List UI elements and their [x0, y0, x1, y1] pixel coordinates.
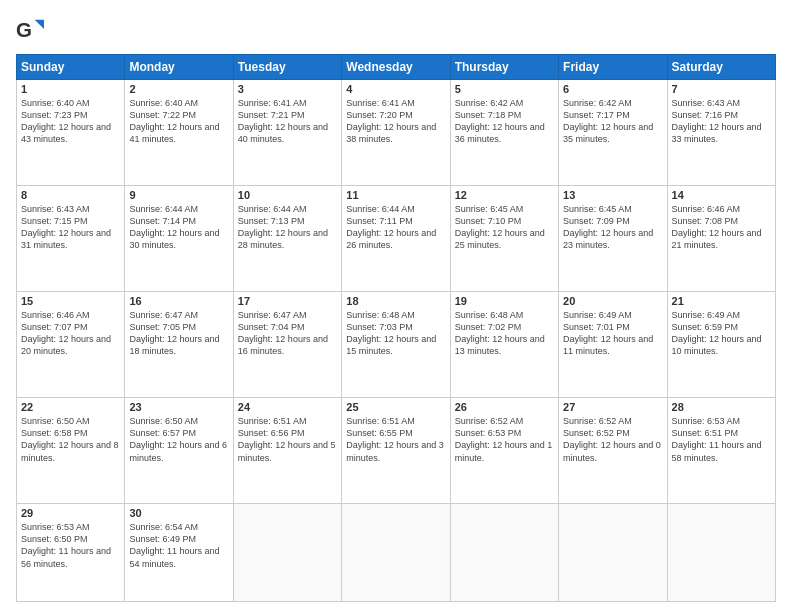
calendar-table: SundayMondayTuesdayWednesdayThursdayFrid…	[16, 54, 776, 602]
logo: G	[16, 16, 48, 44]
svg-marker-1	[35, 20, 44, 29]
day-number: 19	[455, 295, 554, 307]
calendar-cell: 28Sunrise: 6:53 AMSunset: 6:51 PMDayligh…	[667, 398, 775, 504]
weekday-header-wednesday: Wednesday	[342, 55, 450, 80]
logo-icon: G	[16, 16, 44, 44]
calendar-page: G SundayMondayTuesdayWednesdayThursdayFr…	[0, 0, 792, 612]
calendar-cell: 5Sunrise: 6:42 AMSunset: 7:18 PMDaylight…	[450, 80, 558, 186]
day-detail: Sunrise: 6:51 AMSunset: 6:55 PMDaylight:…	[346, 415, 445, 464]
calendar-cell: 2Sunrise: 6:40 AMSunset: 7:22 PMDaylight…	[125, 80, 233, 186]
calendar-cell: 13Sunrise: 6:45 AMSunset: 7:09 PMDayligh…	[559, 186, 667, 292]
day-detail: Sunrise: 6:49 AMSunset: 6:59 PMDaylight:…	[672, 309, 771, 358]
calendar-cell: 26Sunrise: 6:52 AMSunset: 6:53 PMDayligh…	[450, 398, 558, 504]
day-number: 26	[455, 401, 554, 413]
calendar-cell: 9Sunrise: 6:44 AMSunset: 7:14 PMDaylight…	[125, 186, 233, 292]
day-detail: Sunrise: 6:53 AMSunset: 6:50 PMDaylight:…	[21, 521, 120, 570]
day-number: 30	[129, 507, 228, 519]
day-detail: Sunrise: 6:53 AMSunset: 6:51 PMDaylight:…	[672, 415, 771, 464]
calendar-cell: 8Sunrise: 6:43 AMSunset: 7:15 PMDaylight…	[17, 186, 125, 292]
day-number: 24	[238, 401, 337, 413]
calendar-cell: 3Sunrise: 6:41 AMSunset: 7:21 PMDaylight…	[233, 80, 341, 186]
day-detail: Sunrise: 6:48 AMSunset: 7:02 PMDaylight:…	[455, 309, 554, 358]
calendar-cell: 17Sunrise: 6:47 AMSunset: 7:04 PMDayligh…	[233, 292, 341, 398]
day-detail: Sunrise: 6:41 AMSunset: 7:20 PMDaylight:…	[346, 97, 445, 146]
calendar-cell: 30Sunrise: 6:54 AMSunset: 6:49 PMDayligh…	[125, 504, 233, 602]
day-number: 17	[238, 295, 337, 307]
day-detail: Sunrise: 6:54 AMSunset: 6:49 PMDaylight:…	[129, 521, 228, 570]
day-number: 11	[346, 189, 445, 201]
calendar-cell: 1Sunrise: 6:40 AMSunset: 7:23 PMDaylight…	[17, 80, 125, 186]
day-number: 12	[455, 189, 554, 201]
day-number: 10	[238, 189, 337, 201]
day-number: 27	[563, 401, 662, 413]
calendar-cell: 22Sunrise: 6:50 AMSunset: 6:58 PMDayligh…	[17, 398, 125, 504]
weekday-header-monday: Monday	[125, 55, 233, 80]
day-number: 3	[238, 83, 337, 95]
week-row-3: 15Sunrise: 6:46 AMSunset: 7:07 PMDayligh…	[17, 292, 776, 398]
calendar-cell: 11Sunrise: 6:44 AMSunset: 7:11 PMDayligh…	[342, 186, 450, 292]
calendar-cell	[559, 504, 667, 602]
week-row-1: 1Sunrise: 6:40 AMSunset: 7:23 PMDaylight…	[17, 80, 776, 186]
day-detail: Sunrise: 6:43 AMSunset: 7:16 PMDaylight:…	[672, 97, 771, 146]
day-detail: Sunrise: 6:46 AMSunset: 7:07 PMDaylight:…	[21, 309, 120, 358]
day-number: 22	[21, 401, 120, 413]
day-detail: Sunrise: 6:49 AMSunset: 7:01 PMDaylight:…	[563, 309, 662, 358]
day-number: 9	[129, 189, 228, 201]
day-number: 5	[455, 83, 554, 95]
calendar-cell: 23Sunrise: 6:50 AMSunset: 6:57 PMDayligh…	[125, 398, 233, 504]
calendar-cell: 19Sunrise: 6:48 AMSunset: 7:02 PMDayligh…	[450, 292, 558, 398]
day-number: 1	[21, 83, 120, 95]
day-detail: Sunrise: 6:42 AMSunset: 7:18 PMDaylight:…	[455, 97, 554, 146]
calendar-cell: 24Sunrise: 6:51 AMSunset: 6:56 PMDayligh…	[233, 398, 341, 504]
day-number: 18	[346, 295, 445, 307]
day-number: 4	[346, 83, 445, 95]
day-detail: Sunrise: 6:47 AMSunset: 7:05 PMDaylight:…	[129, 309, 228, 358]
day-detail: Sunrise: 6:47 AMSunset: 7:04 PMDaylight:…	[238, 309, 337, 358]
calendar-cell: 14Sunrise: 6:46 AMSunset: 7:08 PMDayligh…	[667, 186, 775, 292]
day-number: 8	[21, 189, 120, 201]
calendar-cell: 7Sunrise: 6:43 AMSunset: 7:16 PMDaylight…	[667, 80, 775, 186]
day-detail: Sunrise: 6:40 AMSunset: 7:22 PMDaylight:…	[129, 97, 228, 146]
calendar-cell: 27Sunrise: 6:52 AMSunset: 6:52 PMDayligh…	[559, 398, 667, 504]
calendar-cell: 21Sunrise: 6:49 AMSunset: 6:59 PMDayligh…	[667, 292, 775, 398]
day-number: 6	[563, 83, 662, 95]
day-number: 13	[563, 189, 662, 201]
day-detail: Sunrise: 6:41 AMSunset: 7:21 PMDaylight:…	[238, 97, 337, 146]
weekday-header-sunday: Sunday	[17, 55, 125, 80]
calendar-cell	[233, 504, 341, 602]
day-detail: Sunrise: 6:43 AMSunset: 7:15 PMDaylight:…	[21, 203, 120, 252]
day-number: 29	[21, 507, 120, 519]
calendar-cell: 16Sunrise: 6:47 AMSunset: 7:05 PMDayligh…	[125, 292, 233, 398]
weekday-header-friday: Friday	[559, 55, 667, 80]
day-detail: Sunrise: 6:48 AMSunset: 7:03 PMDaylight:…	[346, 309, 445, 358]
weekday-header-tuesday: Tuesday	[233, 55, 341, 80]
calendar-cell: 4Sunrise: 6:41 AMSunset: 7:20 PMDaylight…	[342, 80, 450, 186]
calendar-cell: 12Sunrise: 6:45 AMSunset: 7:10 PMDayligh…	[450, 186, 558, 292]
day-number: 16	[129, 295, 228, 307]
day-detail: Sunrise: 6:40 AMSunset: 7:23 PMDaylight:…	[21, 97, 120, 146]
weekday-header-thursday: Thursday	[450, 55, 558, 80]
day-detail: Sunrise: 6:51 AMSunset: 6:56 PMDaylight:…	[238, 415, 337, 464]
day-number: 23	[129, 401, 228, 413]
day-number: 15	[21, 295, 120, 307]
day-detail: Sunrise: 6:45 AMSunset: 7:10 PMDaylight:…	[455, 203, 554, 252]
week-row-4: 22Sunrise: 6:50 AMSunset: 6:58 PMDayligh…	[17, 398, 776, 504]
weekday-header-row: SundayMondayTuesdayWednesdayThursdayFrid…	[17, 55, 776, 80]
day-detail: Sunrise: 6:44 AMSunset: 7:14 PMDaylight:…	[129, 203, 228, 252]
day-detail: Sunrise: 6:50 AMSunset: 6:58 PMDaylight:…	[21, 415, 120, 464]
day-detail: Sunrise: 6:44 AMSunset: 7:11 PMDaylight:…	[346, 203, 445, 252]
day-detail: Sunrise: 6:52 AMSunset: 6:53 PMDaylight:…	[455, 415, 554, 464]
day-number: 28	[672, 401, 771, 413]
day-detail: Sunrise: 6:46 AMSunset: 7:08 PMDaylight:…	[672, 203, 771, 252]
day-number: 7	[672, 83, 771, 95]
calendar-cell	[342, 504, 450, 602]
day-number: 2	[129, 83, 228, 95]
day-detail: Sunrise: 6:44 AMSunset: 7:13 PMDaylight:…	[238, 203, 337, 252]
calendar-cell: 29Sunrise: 6:53 AMSunset: 6:50 PMDayligh…	[17, 504, 125, 602]
header: G	[16, 16, 776, 44]
day-detail: Sunrise: 6:45 AMSunset: 7:09 PMDaylight:…	[563, 203, 662, 252]
calendar-cell	[450, 504, 558, 602]
day-number: 21	[672, 295, 771, 307]
calendar-cell: 20Sunrise: 6:49 AMSunset: 7:01 PMDayligh…	[559, 292, 667, 398]
day-number: 25	[346, 401, 445, 413]
